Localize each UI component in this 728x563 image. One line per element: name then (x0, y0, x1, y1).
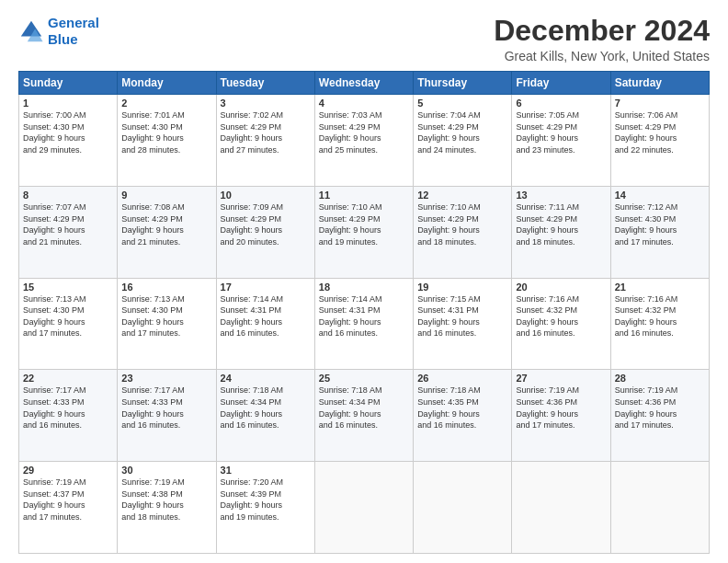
table-row: 16Sunrise: 7:13 AMSunset: 4:30 PMDayligh… (118, 278, 216, 370)
day-info: Sunrise: 7:04 AMSunset: 4:29 PMDaylight:… (417, 109, 507, 155)
day-number: 27 (516, 373, 606, 384)
day-number: 29 (23, 465, 113, 476)
logo-text: General Blue (48, 15, 99, 48)
main-title: December 2024 (494, 15, 710, 47)
day-number: 9 (121, 190, 211, 201)
col-monday: Monday (118, 72, 216, 95)
day-number: 4 (319, 98, 409, 109)
day-info: Sunrise: 7:05 AMSunset: 4:29 PMDaylight:… (516, 109, 606, 155)
day-info: Sunrise: 7:08 AMSunset: 4:29 PMDaylight:… (121, 201, 211, 247)
day-number: 16 (121, 282, 211, 293)
table-row: 3Sunrise: 7:02 AMSunset: 4:29 PMDaylight… (216, 95, 314, 187)
day-number: 6 (516, 98, 606, 109)
table-row: 21Sunrise: 7:16 AMSunset: 4:32 PMDayligh… (610, 278, 709, 370)
day-info: Sunrise: 7:19 AMSunset: 4:36 PMDaylight:… (615, 385, 705, 431)
table-row: 2Sunrise: 7:01 AMSunset: 4:30 PMDaylight… (118, 95, 216, 187)
table-row: 29Sunrise: 7:19 AMSunset: 4:37 PMDayligh… (19, 462, 118, 554)
table-row: 17Sunrise: 7:14 AMSunset: 4:31 PMDayligh… (216, 278, 314, 370)
table-row: 9Sunrise: 7:08 AMSunset: 4:29 PMDaylight… (118, 186, 216, 278)
table-row (512, 462, 610, 554)
table-row: 30Sunrise: 7:19 AMSunset: 4:38 PMDayligh… (118, 462, 216, 554)
day-info: Sunrise: 7:18 AMSunset: 4:34 PMDaylight:… (221, 385, 311, 431)
day-info: Sunrise: 7:07 AMSunset: 4:29 PMDaylight:… (23, 201, 113, 247)
day-info: Sunrise: 7:19 AMSunset: 4:38 PMDaylight:… (121, 477, 211, 523)
table-row: 26Sunrise: 7:18 AMSunset: 4:35 PMDayligh… (414, 370, 512, 462)
day-number: 13 (516, 190, 606, 201)
day-number: 8 (23, 190, 113, 201)
day-number: 2 (121, 98, 211, 109)
day-info: Sunrise: 7:19 AMSunset: 4:36 PMDaylight:… (516, 385, 606, 431)
calendar-week-5: 29Sunrise: 7:19 AMSunset: 4:37 PMDayligh… (19, 462, 710, 554)
day-info: Sunrise: 7:02 AMSunset: 4:29 PMDaylight:… (221, 109, 311, 155)
day-number: 15 (23, 282, 113, 293)
table-row: 1Sunrise: 7:00 AMSunset: 4:30 PMDaylight… (19, 95, 118, 187)
day-number: 31 (221, 465, 311, 476)
table-row: 8Sunrise: 7:07 AMSunset: 4:29 PMDaylight… (19, 186, 118, 278)
table-row: 7Sunrise: 7:06 AMSunset: 4:29 PMDaylight… (610, 95, 709, 187)
col-saturday: Saturday (610, 72, 709, 95)
day-info: Sunrise: 7:16 AMSunset: 4:32 PMDaylight:… (516, 293, 606, 339)
calendar-table: Sunday Monday Tuesday Wednesday Thursday… (18, 71, 710, 554)
day-number: 3 (221, 98, 311, 109)
day-info: Sunrise: 7:13 AMSunset: 4:30 PMDaylight:… (121, 293, 211, 339)
day-number: 23 (121, 373, 211, 384)
day-number: 11 (319, 190, 409, 201)
day-info: Sunrise: 7:12 AMSunset: 4:30 PMDaylight:… (615, 201, 705, 247)
col-tuesday: Tuesday (216, 72, 314, 95)
day-info: Sunrise: 7:00 AMSunset: 4:30 PMDaylight:… (23, 109, 113, 155)
table-row: 19Sunrise: 7:15 AMSunset: 4:31 PMDayligh… (414, 278, 512, 370)
day-info: Sunrise: 7:16 AMSunset: 4:32 PMDaylight:… (615, 293, 705, 339)
day-number: 26 (417, 373, 507, 384)
col-wednesday: Wednesday (314, 72, 413, 95)
day-info: Sunrise: 7:18 AMSunset: 4:35 PMDaylight:… (417, 385, 507, 431)
day-info: Sunrise: 7:09 AMSunset: 4:29 PMDaylight:… (221, 201, 311, 247)
table-row (610, 462, 709, 554)
table-row: 25Sunrise: 7:18 AMSunset: 4:34 PMDayligh… (314, 370, 413, 462)
day-info: Sunrise: 7:14 AMSunset: 4:31 PMDaylight:… (319, 293, 409, 339)
page: General Blue December 2024 Great Kills, … (0, 0, 728, 563)
table-row: 10Sunrise: 7:09 AMSunset: 4:29 PMDayligh… (216, 186, 314, 278)
calendar-week-4: 22Sunrise: 7:17 AMSunset: 4:33 PMDayligh… (19, 370, 710, 462)
day-info: Sunrise: 7:13 AMSunset: 4:30 PMDaylight:… (23, 293, 113, 339)
day-number: 18 (319, 282, 409, 293)
calendar-week-3: 15Sunrise: 7:13 AMSunset: 4:30 PMDayligh… (19, 278, 710, 370)
day-number: 25 (319, 373, 409, 384)
day-number: 19 (417, 282, 507, 293)
day-info: Sunrise: 7:10 AMSunset: 4:29 PMDaylight:… (417, 201, 507, 247)
table-row: 5Sunrise: 7:04 AMSunset: 4:29 PMDaylight… (414, 95, 512, 187)
day-info: Sunrise: 7:18 AMSunset: 4:34 PMDaylight:… (319, 385, 409, 431)
day-info: Sunrise: 7:06 AMSunset: 4:29 PMDaylight:… (615, 109, 705, 155)
table-row: 12Sunrise: 7:10 AMSunset: 4:29 PMDayligh… (414, 186, 512, 278)
day-number: 10 (221, 190, 311, 201)
day-number: 14 (615, 190, 705, 201)
table-row: 11Sunrise: 7:10 AMSunset: 4:29 PMDayligh… (314, 186, 413, 278)
table-row: 20Sunrise: 7:16 AMSunset: 4:32 PMDayligh… (512, 278, 610, 370)
logo-icon (18, 18, 44, 44)
day-info: Sunrise: 7:03 AMSunset: 4:29 PMDaylight:… (319, 109, 409, 155)
col-friday: Friday (512, 72, 610, 95)
day-info: Sunrise: 7:01 AMSunset: 4:30 PMDaylight:… (121, 109, 211, 155)
header: General Blue December 2024 Great Kills, … (18, 15, 710, 63)
subtitle: Great Kills, New York, United States (494, 49, 710, 63)
day-number: 17 (221, 282, 311, 293)
table-row: 18Sunrise: 7:14 AMSunset: 4:31 PMDayligh… (314, 278, 413, 370)
table-row (314, 462, 413, 554)
table-row: 28Sunrise: 7:19 AMSunset: 4:36 PMDayligh… (610, 370, 709, 462)
calendar-week-1: 1Sunrise: 7:00 AMSunset: 4:30 PMDaylight… (19, 95, 710, 187)
day-info: Sunrise: 7:19 AMSunset: 4:37 PMDaylight:… (23, 477, 113, 523)
calendar-week-2: 8Sunrise: 7:07 AMSunset: 4:29 PMDaylight… (19, 186, 710, 278)
day-number: 1 (23, 98, 113, 109)
day-number: 24 (221, 373, 311, 384)
day-info: Sunrise: 7:17 AMSunset: 4:33 PMDaylight:… (23, 385, 113, 431)
logo: General Blue (18, 15, 99, 48)
table-row: 23Sunrise: 7:17 AMSunset: 4:33 PMDayligh… (118, 370, 216, 462)
table-row: 22Sunrise: 7:17 AMSunset: 4:33 PMDayligh… (19, 370, 118, 462)
col-thursday: Thursday (414, 72, 512, 95)
day-number: 21 (615, 282, 705, 293)
title-block: December 2024 Great Kills, New York, Uni… (494, 15, 710, 63)
calendar-header-row: Sunday Monday Tuesday Wednesday Thursday… (19, 72, 710, 95)
day-number: 22 (23, 373, 113, 384)
table-row: 31Sunrise: 7:20 AMSunset: 4:39 PMDayligh… (216, 462, 314, 554)
table-row (414, 462, 512, 554)
day-info: Sunrise: 7:15 AMSunset: 4:31 PMDaylight:… (417, 293, 507, 339)
